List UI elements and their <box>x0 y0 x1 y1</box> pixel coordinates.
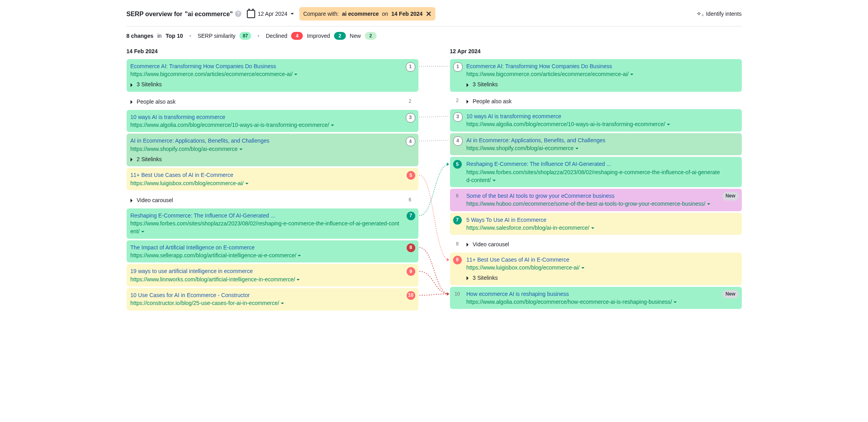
result-title[interactable]: Reshaping E-Commerce: The Influence Of A… <box>467 160 723 168</box>
result-title[interactable]: Ecommerce AI: Transforming How Companies… <box>131 62 402 70</box>
serp-feature-row[interactable]: 8Video carousel <box>450 236 742 252</box>
result-url[interactable]: https://www.algolia.com/blog/ecommerce/1… <box>131 121 402 129</box>
result-title[interactable]: 10 ways AI is transforming ecommerce <box>467 112 723 120</box>
result-title[interactable]: 19 ways to use artificial intelligence i… <box>131 267 402 275</box>
serp-feature-row[interactable]: 2People also ask <box>450 93 742 109</box>
identify-label: Identify intents <box>706 10 741 18</box>
compare-chip[interactable]: Compare with: ai ecommerce on 14 Feb 202… <box>299 7 435 20</box>
result-row[interactable]: 8The Impact of Artificial Intelligence o… <box>127 240 418 263</box>
result-row[interactable]: 919 ways to use artificial intelligence … <box>127 264 418 286</box>
header-bar: SERP overview for "ai ecommerce" ? 12 Ap… <box>127 7 742 26</box>
right-column-header: 12 Apr 2024 <box>450 46 742 59</box>
serp-feature-row[interactable]: Video carousel6 <box>127 192 418 208</box>
close-icon[interactable] <box>426 11 431 17</box>
result-url-text: https://www.forbes.com/sites/shoplazza/2… <box>131 220 399 234</box>
result-title[interactable]: Ecommerce AI: Transforming How Companies… <box>467 62 723 70</box>
result-title[interactable]: How ecommerce AI is reshaping business <box>467 290 723 298</box>
result-url[interactable]: https://constructor.io/blog/25-use-cases… <box>131 299 402 307</box>
result-body: 10 ways AI is transforming ecommercehttp… <box>467 112 723 128</box>
rank-badge: 6 <box>453 192 462 201</box>
identify-intents-button[interactable]: Identify intents <box>697 10 741 18</box>
result-row[interactable]: 310 ways AI is transforming ecommercehtt… <box>127 110 418 132</box>
result-url[interactable]: https://www.bigcommerce.com/articles/eco… <box>131 70 402 78</box>
result-row[interactable]: 6Some of the best AI tools to grow your … <box>450 189 742 211</box>
result-url-text: https://www.shopify.com/blog/ai-ecommerc… <box>467 145 574 151</box>
result-title[interactable]: The Impact of Artificial Intelligence on… <box>131 244 402 251</box>
result-row[interactable]: 310 ways AI is transforming ecommercehtt… <box>450 109 742 132</box>
result-url[interactable]: https://www.algolia.com/blog/ecommerce/h… <box>467 298 723 306</box>
rank-badge: 4 <box>453 136 463 146</box>
result-url[interactable]: https://www.shopify.com/blog/ai-ecommerc… <box>131 145 402 153</box>
declined-label: Declined <box>266 32 287 40</box>
result-title[interactable]: Some of the best AI tools to grow your e… <box>467 192 723 200</box>
serp-feature-row[interactable]: People also ask2 <box>127 93 418 110</box>
result-url[interactable]: https://www.huboo.com/ecommerce/some-of-… <box>467 200 723 208</box>
chevron-down-icon <box>141 231 144 234</box>
date-selector[interactable]: 12 Apr 2024 <box>247 10 294 18</box>
result-row[interactable]: 911+ Best Use Cases of AI in E-Commerceh… <box>450 253 742 285</box>
result-title[interactable]: 10 ways AI is transforming ecommerce <box>131 113 402 121</box>
chevron-down-icon <box>294 74 297 77</box>
sitelinks-expander[interactable]: 3 Sitelinks <box>131 80 402 88</box>
result-url[interactable]: https://www.algolia.com/blog/ecommerce/1… <box>467 120 723 128</box>
result-row[interactable]: 511+ Best Use Cases of AI in E-Commerceh… <box>127 168 418 190</box>
expand-triangle-icon <box>131 199 134 203</box>
result-row[interactable]: 1Ecommerce AI: Transforming How Companie… <box>450 59 742 92</box>
result-url[interactable]: https://www.bigcommerce.com/articles/eco… <box>467 70 723 78</box>
result-url-text: https://www.luigisbox.com/blog/ecommerce… <box>131 180 244 186</box>
result-url[interactable]: https://www.sellerapp.com/blog/artificia… <box>131 251 402 259</box>
chevron-down-icon <box>297 279 300 282</box>
result-url[interactable]: https://www.luigisbox.com/blog/ecommerce… <box>467 264 723 271</box>
result-title[interactable]: 5 Ways To Use AI in Ecommerce <box>467 216 723 224</box>
result-row[interactable]: 75 Ways To Use AI in Ecommercehttps://ww… <box>450 213 742 235</box>
changes-suffix: in <box>157 32 162 40</box>
sitelinks-expander[interactable]: 2 Sitelinks <box>131 155 402 163</box>
result-row[interactable]: 5Reshaping E-Commerce: The Influence Of … <box>450 157 742 187</box>
result-url[interactable]: https://www.forbes.com/sites/shoplazza/2… <box>131 219 402 236</box>
declined-badge: 4 <box>291 32 303 40</box>
result-title[interactable]: 11+ Best Use Cases of AI in E-Commerce <box>131 171 402 179</box>
changes-count: 8 changes <box>127 32 153 40</box>
expand-triangle-icon <box>131 100 134 104</box>
new-badge: New <box>722 192 739 200</box>
expand-triangle-icon <box>131 83 134 87</box>
result-url[interactable]: https://www.luigisbox.com/blog/ecommerce… <box>131 179 402 187</box>
chevron-down-icon <box>575 148 579 151</box>
result-url[interactable]: https://www.linnworks.com/blog/artificia… <box>131 275 402 283</box>
result-row[interactable]: 10How ecommerce AI is reshaping business… <box>450 287 742 309</box>
compare-date: 14 Feb 2024 <box>391 10 422 18</box>
result-row[interactable]: 4AI in Ecommerce: Applications, Benefits… <box>450 133 742 156</box>
result-row[interactable]: 4AI in Ecommerce: Applications, Benefits… <box>127 134 418 166</box>
result-title[interactable]: 10 Use Cases for AI in Ecommerce - Const… <box>131 291 402 299</box>
result-url[interactable]: https://www.forbes.com/sites/shoplazza/2… <box>467 168 723 184</box>
result-title[interactable]: 11+ Best Use Cases of AI in E-Commerce <box>467 256 723 264</box>
separator-dot: • <box>189 32 191 40</box>
result-url[interactable]: https://www.shopify.com/blog/ai-ecommerc… <box>467 144 723 152</box>
result-row[interactable]: 1010 Use Cases for AI in Ecommerce - Con… <box>127 288 418 310</box>
result-url-text: https://www.huboo.com/ecommerce/some-of-… <box>467 201 706 207</box>
help-icon[interactable]: ? <box>235 11 241 17</box>
compare-on: on <box>382 10 388 18</box>
result-body: AI in Ecommerce: Applications, Benefits,… <box>131 137 402 163</box>
chevron-down-icon <box>331 125 334 128</box>
result-url-text: https://www.algolia.com/blog/ecommerce/h… <box>467 299 672 305</box>
rank-badge: 1 <box>453 62 463 72</box>
sitelinks-expander[interactable]: 3 Sitelinks <box>467 274 723 282</box>
result-row[interactable]: 7Reshaping E-Commerce: The Influence Of … <box>127 208 418 239</box>
calendar-icon <box>247 10 255 18</box>
feature-label: Video carousel <box>473 240 509 248</box>
chevron-down-icon <box>493 180 496 183</box>
result-title[interactable]: Reshaping E-Commerce: The Influence Of A… <box>131 212 402 219</box>
result-url[interactable]: https://www.salesforce.com/blog/ai-in-ec… <box>467 224 723 232</box>
result-title[interactable]: AI in Ecommerce: Applications, Benefits,… <box>131 137 402 145</box>
result-title[interactable]: AI in Ecommerce: Applications, Benefits,… <box>467 136 723 144</box>
result-row[interactable]: 1Ecommerce AI: Transforming How Companie… <box>127 59 418 92</box>
chevron-down-icon <box>281 303 284 306</box>
expand-triangle-icon <box>467 100 470 104</box>
result-url-text: https://www.bigcommerce.com/articles/eco… <box>467 71 629 77</box>
improved-badge: 2 <box>334 32 346 40</box>
rank-badge: 4 <box>406 137 415 146</box>
left-column-header: 14 Feb 2024 <box>127 46 418 59</box>
separator-dot: • <box>258 32 259 40</box>
sitelinks-expander[interactable]: 3 Sitelinks <box>467 80 723 88</box>
